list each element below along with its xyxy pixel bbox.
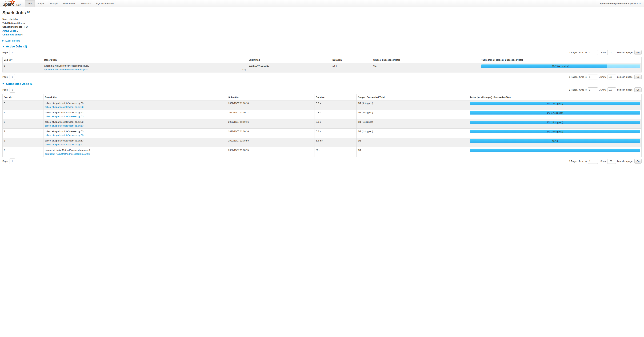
items-in-page-text: items in a page. [617,76,633,78]
items-per-page-input[interactable] [607,159,616,164]
job-description-text: collect at /spark-scripts/spark-ad.py:53 [45,121,225,123]
summary-completed-jobs-value: 6 [22,33,22,36]
go-button[interactable]: Go [634,159,642,164]
tasks-progress-bar: 1/1 (17 skipped) [470,111,640,114]
job-tasks-cell: 1/1 (16 skipped) [468,119,642,128]
jump-to-page-input[interactable] [588,74,598,79]
page-title-text: Spark Jobs [2,10,26,15]
spark-version: 3.3.0 [16,4,20,6]
go-button[interactable]: Go [634,74,642,79]
job-description-links: collect at /spark-scripts/spark-ad.py:53 [45,115,225,118]
job-description-cell: collect at /spark-scripts/spark-ad.py:53… [44,138,227,147]
header-submitted[interactable]: Submitted [247,57,331,63]
header-stages[interactable]: Stages: Succeeded/Total [356,94,468,100]
job-detail-link[interactable]: parquet at NativeMethodAccessorImpl.java… [45,153,90,155]
job-description-links: append at NativeMethodAccessorImpl.java:… [44,68,246,71]
job-detail-link[interactable]: collect at /spark-scripts/spark-ad.py:53 [45,143,84,146]
active-jobs-section-header[interactable]: Active Jobs (1) [2,45,642,48]
jump-to-page-input[interactable] [588,87,598,92]
progress-label: 15/19 (4 running) [481,64,640,68]
header-tasks[interactable]: Tasks (for all stages): Succeeded/Total [468,94,642,100]
job-tasks-cell: 1/1 (18 skipped) [468,100,642,110]
items-per-page-input[interactable] [607,87,616,92]
job-stages-cell: 1/1 (1 skipped) [356,128,468,138]
tab-jobs[interactable]: Jobs [25,0,34,7]
summary-uptime-value: 3.0 min [18,22,25,24]
page-label: Page: [2,160,8,162]
page-number-input[interactable] [10,50,15,55]
header-job-id[interactable]: Job Id ▾ [2,57,43,63]
job-id-cell: 5 [2,100,44,110]
pages-count-text: 1 Pages. Jump to [569,160,586,162]
items-in-page-text: items in a page. [617,160,633,162]
job-description-text: collect at /spark-scripts/spark-ad.py:53 [45,102,225,104]
tab-storage[interactable]: Storage [47,0,60,7]
event-timeline-toggle[interactable]: Event Timeline [2,39,642,42]
header-duration[interactable]: Duration [314,94,356,100]
application-title: ny-tlc-anomaly-detection application UI [600,0,644,7]
jump-to-page-input[interactable] [588,159,598,164]
completed-table-header-row: Job Id ▾ Description Submitted Duration … [2,94,642,100]
job-row: 6append at NativeMethodAccessorImpl.java… [2,63,642,72]
show-text: . Show [599,160,606,162]
job-detail-link[interactable]: append at NativeMethodAccessorImpl.java:… [44,68,89,71]
job-description-text: append at NativeMethodAccessorImpl.java:… [44,64,246,67]
completed-jobs-section-header[interactable]: Completed Jobs (6) [2,82,642,86]
show-text: . Show [599,51,606,54]
job-description-links: collect at /spark-scripts/spark-ad.py:53 [45,143,225,146]
job-tasks-cell: 1/1 (16 skipped) [468,128,642,138]
kill-link[interactable]: (kill) [242,68,246,71]
nav-tabs: Jobs Stages Storage Environment Executor… [25,0,116,7]
summary-active-jobs-link[interactable]: Active Jobs: [2,29,16,32]
jump-to-page-input[interactable] [588,50,598,55]
event-timeline-label: Event Timeline [6,39,20,42]
header-duration[interactable]: Duration [331,57,372,63]
header-submitted[interactable]: Submitted [227,94,314,100]
show-text: . Show [599,76,606,78]
help-superscript: (?) [27,10,30,13]
summary-completed-jobs-link[interactable]: Completed Jobs: [2,33,21,36]
pagination-bar: Page: 1 Pages. Jump to . Show items in a… [2,158,642,164]
help-link[interactable]: ? [28,10,29,13]
top-navbar: APACHE Spark 3.3.0 Jobs Stages Storage E… [0,0,644,7]
tab-stages[interactable]: Stages [35,0,47,7]
summary-scheduling-value: FIFO [22,25,28,28]
header-description[interactable]: Description [44,94,227,100]
job-submitted-cell: 2022/11/07 11:08:15 [227,147,314,157]
job-detail-link[interactable]: collect at /spark-scripts/spark-ad.py:53 [45,124,84,127]
items-per-page-input[interactable] [607,50,616,55]
summary-active-jobs: Active Jobs: 1 [2,29,642,32]
tab-executors[interactable]: Executors [78,0,94,7]
job-row: 1collect at /spark-scripts/spark-ad.py:5… [2,138,642,147]
page-number-input[interactable] [10,74,15,80]
active-table-header-row: Job Id ▾ Description Submitted Duration … [2,57,642,63]
tab-environment[interactable]: Environment [60,0,78,7]
page-label: Page: [2,88,8,91]
header-stages[interactable]: Stages: Succeeded/Total [372,57,480,63]
progress-label: 16/16 [470,139,640,143]
job-stages-cell: 1/1 (1 skipped) [356,119,468,128]
job-stages-cell: 1/1 (3 skipped) [356,100,468,110]
job-summary-list: User: stackable Total Uptime: 3.0 min Sc… [2,17,642,36]
job-stages-cell: 1/1 [356,138,468,147]
tasks-progress-bar: 1/1 (18 skipped) [470,102,640,105]
go-button[interactable]: Go [634,50,642,55]
progress-label: 1/1 (17 skipped) [470,111,640,114]
page-number-input[interactable] [10,158,15,164]
tab-sql-dataframe[interactable]: SQL / DataFrame [94,0,116,7]
job-duration-cell: 0.3 s [314,110,356,119]
job-detail-link[interactable]: collect at /spark-scripts/spark-ad.py:53 [45,106,84,108]
header-job-id[interactable]: Job Id ▾ [2,94,44,100]
job-detail-link[interactable]: collect at /spark-scripts/spark-ad.py:53 [45,115,84,118]
go-button[interactable]: Go [634,87,642,92]
page-number-input[interactable] [10,87,15,93]
active-jobs-table: Job Id ▾ Description Submitted Duration … [2,57,642,72]
job-detail-link[interactable]: collect at /spark-scripts/spark-ad.py:53 [45,134,84,136]
expanded-arrow-icon [2,46,4,47]
job-id-cell: 3 [2,119,44,128]
items-per-page-input[interactable] [607,74,616,79]
header-tasks[interactable]: Tasks (for all stages): Succeeded/Total [480,57,642,63]
header-description[interactable]: Description [43,57,247,63]
tasks-progress-bar: 16/16 [470,139,640,143]
nav-spacer [116,0,600,7]
